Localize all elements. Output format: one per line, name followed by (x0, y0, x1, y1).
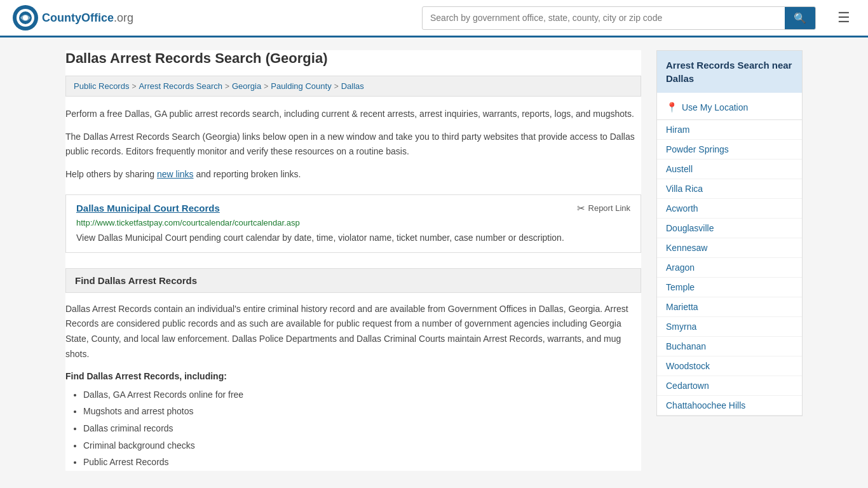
breadcrumb-public-records[interactable]: Public Records (74, 81, 129, 91)
search-button[interactable]: 🔍 (785, 7, 815, 29)
record-card-url[interactable]: http://www.ticketfastpay.com/courtcalend… (76, 218, 630, 227)
desc-paragraph-1: Perform a free Dallas, GA public arrest … (65, 107, 641, 121)
breadcrumb-dallas[interactable]: Dallas (341, 81, 364, 91)
report-link-icon: ✂ (577, 203, 585, 214)
logo-text: CountyOffice.org (42, 11, 133, 25)
sidebar-location-smyrna[interactable]: Smyrna (657, 317, 802, 337)
record-card: Dallas Municipal Court Records ✂ Report … (65, 194, 641, 253)
bc-sep-2: > (225, 82, 229, 91)
sidebar-box: Arrest Records Search near Dallas 📍 Use … (656, 50, 803, 416)
find-list-item: Dallas criminal records (83, 420, 641, 437)
record-card-description: View Dallas Municipal Court pending cour… (76, 231, 630, 245)
record-card-title-link[interactable]: Dallas Municipal Court Records (76, 203, 220, 214)
find-list-item: Dallas, GA Arrest Records online for fre… (83, 386, 641, 403)
sidebar-location-woodstock[interactable]: Woodstock (657, 356, 802, 376)
logo-org: .org (114, 11, 133, 24)
logo-icon (13, 5, 38, 30)
new-links-link[interactable]: new links (157, 169, 194, 179)
desc-3-post: and reporting broken links. (194, 169, 301, 179)
sidebar-location-buchanan[interactable]: Buchanan (657, 337, 802, 356)
find-section-header: Find Dallas Arrest Records (65, 268, 641, 293)
bc-sep-3: > (264, 82, 268, 91)
logo-name: CountyOffice (42, 11, 114, 24)
breadcrumb-arrest-records-search[interactable]: Arrest Records Search (139, 81, 222, 91)
sidebar-location-marietta[interactable]: Marietta (657, 297, 802, 317)
location-pin-icon: 📍 (666, 102, 678, 113)
find-section-subtitle: Find Dallas Arrest Records, including: (65, 371, 641, 381)
find-list-item: Mugshots and arrest photos (83, 403, 641, 420)
bc-sep-1: > (132, 82, 136, 91)
desc-paragraph-2: The Dallas Arrest Records Search (Georgi… (65, 130, 641, 158)
breadcrumb-paulding-county[interactable]: Paulding County (271, 81, 331, 91)
report-link-label: Report Link (588, 203, 630, 213)
search-input[interactable] (423, 8, 785, 28)
content-area: Dallas Arrest Records Search (Georgia) P… (65, 50, 641, 471)
sidebar-title: Arrest Records Search near Dallas (657, 51, 802, 93)
sidebar-location-hiram[interactable]: Hiram (657, 120, 802, 140)
sidebar-location-powder-springs[interactable]: Powder Springs (657, 140, 802, 159)
use-my-location-link[interactable]: 📍 Use My Location (657, 95, 802, 120)
site-logo[interactable]: CountyOffice.org (13, 5, 133, 30)
record-card-header: Dallas Municipal Court Records ✂ Report … (76, 203, 630, 214)
svg-point-3 (23, 15, 28, 20)
record-card-title: Dallas Municipal Court Records (76, 203, 220, 214)
report-link-button[interactable]: ✂ Report Link (577, 203, 630, 214)
use-my-location-label: Use My Location (682, 102, 748, 112)
site-header: CountyOffice.org 🔍 ☰ (0, 0, 868, 37)
desc-3-pre: Help others by sharing (65, 169, 157, 179)
find-section-body: Dallas Arrest Records contain an individ… (65, 302, 641, 362)
find-list: Dallas, GA Arrest Records online for fre… (65, 386, 641, 471)
search-bar: 🔍 (422, 6, 816, 30)
main-container: Dallas Arrest Records Search (Georgia) P… (53, 37, 815, 484)
breadcrumb: Public Records > Arrest Records Search >… (65, 76, 641, 97)
sidebar-location-temple[interactable]: Temple (657, 278, 802, 297)
find-list-item: Public Arrest Records (83, 454, 641, 471)
sidebar-location-douglasville[interactable]: Douglasville (657, 219, 802, 238)
desc-paragraph-3: Help others by sharing new links and rep… (65, 167, 641, 181)
sidebar-location-cedartown[interactable]: Cedartown (657, 376, 802, 396)
sidebar: Arrest Records Search near Dallas 📍 Use … (656, 50, 803, 471)
sidebar-location-austell[interactable]: Austell (657, 159, 802, 179)
sidebar-location-kennesaw[interactable]: Kennesaw (657, 238, 802, 258)
sidebar-locations: HiramPowder SpringsAustellVilla RicaAcwo… (657, 120, 802, 416)
sidebar-location-acworth[interactable]: Acworth (657, 199, 802, 219)
sidebar-location-chattahoochee-hills[interactable]: Chattahoochee Hills (657, 396, 802, 416)
menu-button[interactable]: ☰ (832, 7, 855, 29)
find-list-item: Criminal background checks (83, 437, 641, 454)
breadcrumb-georgia[interactable]: Georgia (232, 81, 261, 91)
sidebar-location-aragon[interactable]: Aragon (657, 258, 802, 278)
sidebar-location-villa-rica[interactable]: Villa Rica (657, 179, 802, 199)
page-title: Dallas Arrest Records Search (Georgia) (65, 50, 641, 67)
bc-sep-4: > (334, 82, 339, 91)
